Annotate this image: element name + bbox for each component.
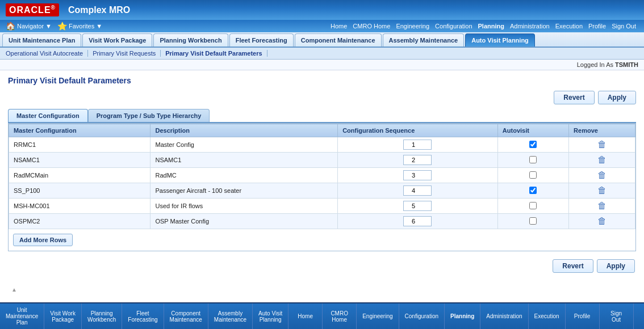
autovisit-checkbox[interactable] xyxy=(529,171,537,179)
cell-master-config: OSPMC2 xyxy=(9,214,150,229)
oracle-logo: ORACLE® xyxy=(6,3,59,16)
tab-auto-visit-planning[interactable]: Auto Visit Planning xyxy=(465,33,535,47)
inner-tab-master-config[interactable]: Master Configuration xyxy=(8,109,88,122)
delete-row-button[interactable]: 🗑 xyxy=(597,216,607,226)
table-row: SS_P100Passenger Aircraft - 100 seater🗑 xyxy=(9,183,635,199)
cell-autovisit[interactable] xyxy=(497,214,568,229)
cell-sequence[interactable] xyxy=(338,153,498,168)
autovisit-checkbox[interactable] xyxy=(529,202,537,209)
autovisit-checkbox[interactable] xyxy=(529,156,537,163)
apply-button-top[interactable]: Apply xyxy=(598,91,636,104)
sequence-input[interactable] xyxy=(403,216,432,226)
favorites-btn[interactable]: ⭐ Favorites ▼ xyxy=(57,22,102,31)
config-table: Master Configuration Description Configu… xyxy=(9,124,635,229)
tab-planning-workbench[interactable]: Planning Workbench xyxy=(153,33,228,47)
col-remove: Remove xyxy=(569,124,635,137)
nav-execution[interactable]: Execution xyxy=(553,22,585,31)
delete-row-button[interactable]: 🗑 xyxy=(597,155,607,165)
tab-fleet-forecasting[interactable]: Fleet Forecasting xyxy=(229,33,294,47)
navigator-btn[interactable]: 🏠 Navigator ▼ xyxy=(6,22,52,31)
sequence-input[interactable] xyxy=(403,140,432,150)
cell-remove[interactable]: 🗑 xyxy=(569,183,635,199)
inner-tab-bar: Master Configuration Program Type / Sub … xyxy=(8,109,636,123)
scroll-indicator: ▲ xyxy=(8,284,636,295)
main-tab-bar: Unit Maintenance Plan Visit Work Package… xyxy=(0,32,644,48)
nav-planning[interactable]: Planning xyxy=(476,22,507,31)
cell-master-config: RadMCMain xyxy=(9,168,150,183)
cell-description: NSAMC1 xyxy=(150,153,338,168)
autovisit-checkbox[interactable] xyxy=(529,187,537,194)
col-autovisit: Autovisit xyxy=(497,124,568,137)
cell-master-config: RRMC1 xyxy=(9,137,150,153)
cell-description: RadMC xyxy=(150,168,338,183)
table-row: OSPMC2OSP Master Config🗑 xyxy=(9,214,635,229)
cell-sequence[interactable] xyxy=(338,137,498,153)
top-action-bar: Revert Apply xyxy=(8,91,636,104)
cell-master-config: SS_P100 xyxy=(9,183,150,199)
cell-description: Master Config xyxy=(150,137,338,153)
tab-unit-maintenance-plan[interactable]: Unit Maintenance Plan xyxy=(2,33,81,47)
revert-button-bottom[interactable]: Revert xyxy=(553,259,593,273)
nav-profile[interactable]: Profile xyxy=(586,22,608,31)
sequence-input[interactable] xyxy=(403,201,432,211)
page-title: Primary Visit Default Parameters xyxy=(8,76,636,85)
cell-autovisit[interactable] xyxy=(497,137,568,153)
cell-description: OSP Master Config xyxy=(150,214,338,229)
cell-autovisit[interactable] xyxy=(497,153,568,168)
delete-row-button[interactable]: 🗑 xyxy=(597,185,607,196)
cell-sequence[interactable] xyxy=(338,214,498,229)
sequence-input[interactable] xyxy=(403,185,432,196)
inner-tab-program-type[interactable]: Program Type / Sub Type Hierarchy xyxy=(88,109,210,122)
cell-autovisit[interactable] xyxy=(497,183,568,199)
cell-sequence[interactable] xyxy=(338,168,498,183)
favorites-icon: ⭐ xyxy=(57,22,67,31)
col-config-seq: Configuration Sequence xyxy=(338,124,498,137)
sub-nav-primary-requests[interactable]: Primary Visit Requests xyxy=(88,50,161,57)
revert-button-top[interactable]: Revert xyxy=(554,91,594,104)
col-master-config: Master Configuration xyxy=(9,124,150,137)
cell-description: Used for IR flows xyxy=(150,199,338,214)
tab-visit-work-package[interactable]: Visit Work Package xyxy=(82,33,152,47)
delete-row-button[interactable]: 🗑 xyxy=(597,140,607,150)
apply-button-bottom[interactable]: Apply xyxy=(597,259,635,273)
sequence-input[interactable] xyxy=(403,155,432,165)
add-more-rows-button[interactable]: Add More Rows xyxy=(13,234,73,246)
cell-remove[interactable]: 🗑 xyxy=(569,199,635,214)
nav-engineering[interactable]: Engineering xyxy=(394,22,432,31)
table-row: NSAMC1NSAMC1🗑 xyxy=(9,153,635,168)
cell-remove[interactable]: 🗑 xyxy=(569,214,635,229)
tab-assembly-maintenance[interactable]: Assembly Maintenance xyxy=(383,33,465,47)
cell-master-config: MSH-MC001 xyxy=(9,199,150,214)
table-row: MSH-MC001Used for IR flows🗑 xyxy=(9,199,635,214)
sub-nav-primary-default[interactable]: Primary Visit Default Parameters xyxy=(161,50,267,57)
sequence-input[interactable] xyxy=(403,170,432,180)
navigator-icon: 🏠 xyxy=(6,22,15,31)
autovisit-checkbox[interactable] xyxy=(529,141,537,148)
cell-autovisit[interactable] xyxy=(497,168,568,183)
cell-remove[interactable]: 🗑 xyxy=(569,153,635,168)
table-row: RadMCMainRadMC🗑 xyxy=(9,168,635,183)
bottom-action-bar: Revert Apply xyxy=(8,259,636,273)
cell-remove[interactable]: 🗑 xyxy=(569,168,635,183)
cell-master-config: NSAMC1 xyxy=(9,153,150,168)
cell-sequence[interactable] xyxy=(338,183,498,199)
col-description: Description xyxy=(150,124,338,137)
autovisit-checkbox[interactable] xyxy=(529,217,537,225)
cell-remove[interactable]: 🗑 xyxy=(569,137,635,153)
delete-row-button[interactable]: 🗑 xyxy=(597,170,607,180)
nav-cmro-home[interactable]: CMRO Home xyxy=(350,22,392,31)
app-title: Complex MRO xyxy=(68,5,130,15)
nav-administration[interactable]: Administration xyxy=(508,22,552,31)
logged-in-bar: Logged In As TSMITH xyxy=(0,60,644,70)
cell-autovisit[interactable] xyxy=(497,199,568,214)
tab-component-maintenance[interactable]: Component Maintenance xyxy=(295,33,382,47)
nav-configuration[interactable]: Configuration xyxy=(433,22,474,31)
top-header: ORACLE® Complex MRO xyxy=(0,0,644,20)
nav-sign-out[interactable]: Sign Out xyxy=(609,22,638,31)
sub-nav: Operational Visit Autocreate Primary Vis… xyxy=(0,48,644,60)
nav-home[interactable]: Home xyxy=(328,22,349,31)
cell-sequence[interactable] xyxy=(338,199,498,214)
delete-row-button[interactable]: 🗑 xyxy=(597,201,607,211)
sub-nav-operational[interactable]: Operational Visit Autocreate xyxy=(6,50,88,57)
table-row: RRMC1Master Config🗑 xyxy=(9,137,635,153)
